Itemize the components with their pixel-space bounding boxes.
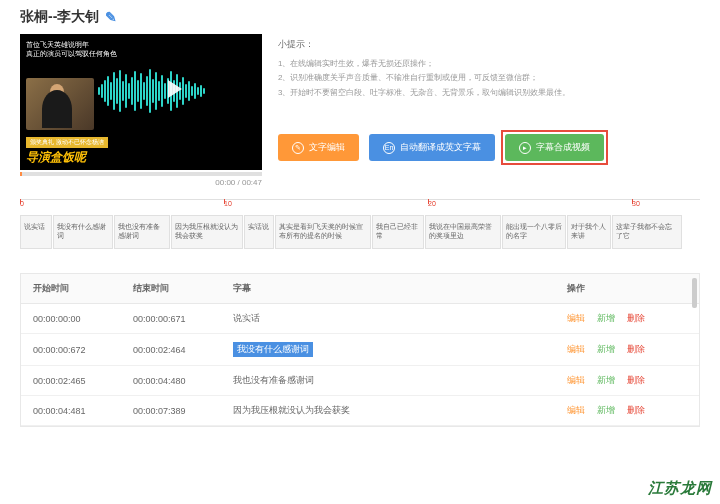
segment[interactable]: 我自己已经非常 bbox=[372, 215, 424, 249]
hints-list: 1、在线编辑实时生效，爆吞无损还原操作； 2、识别准确度关乎声音质量、不输准自行… bbox=[278, 57, 700, 100]
text-edit-button[interactable]: ✎ 文字编辑 bbox=[278, 134, 359, 161]
watermark: 江苏龙网 bbox=[648, 479, 712, 498]
add-link[interactable]: 新增 bbox=[597, 312, 615, 325]
table-row[interactable]: 00:00:00:672 00:00:02:464 我没有什么感谢词 编辑新增删… bbox=[21, 334, 699, 366]
table-header: 开始时间 结束时间 字幕 操作 bbox=[21, 274, 699, 304]
play-icon: ▸ bbox=[519, 142, 531, 154]
highlight-box: ▸ 字幕合成视频 bbox=[501, 130, 608, 165]
delete-link[interactable]: 删除 bbox=[627, 343, 645, 356]
add-link[interactable]: 新增 bbox=[597, 343, 615, 356]
delete-link[interactable]: 删除 bbox=[627, 404, 645, 417]
progress-bar[interactable] bbox=[20, 172, 262, 176]
table-row[interactable]: 00:00:02:465 00:00:04:480 我也没有准备感谢词 编辑新增… bbox=[21, 366, 699, 396]
video-caption: 导演盒饭呢 bbox=[26, 149, 86, 166]
page-title: 张桐--李大钊 ✎ bbox=[20, 8, 700, 26]
segment[interactable]: 实话说 bbox=[244, 215, 274, 249]
video-time: 00:00 / 00:47 bbox=[20, 178, 262, 187]
segment-strip[interactable]: 说实话 我没有什么感谢词 我也没有准备感谢词 因为我压根就没认为我会获奖 实话说… bbox=[20, 215, 700, 249]
edit-link[interactable]: 编辑 bbox=[567, 312, 585, 325]
edit-link[interactable]: 编辑 bbox=[567, 374, 585, 387]
selected-subtitle: 我没有什么感谢词 bbox=[233, 342, 313, 357]
hints-title: 小提示： bbox=[278, 38, 700, 51]
segment[interactable]: 我也没有准备感谢词 bbox=[114, 215, 170, 249]
segment[interactable]: 其实是看到飞天奖的时候宣布所有的提名的时候 bbox=[275, 215, 371, 249]
title-text: 张桐--李大钊 bbox=[20, 8, 99, 26]
edit-link[interactable]: 编辑 bbox=[567, 343, 585, 356]
play-icon[interactable] bbox=[168, 80, 182, 98]
segment[interactable]: 对于我个人来讲 bbox=[567, 215, 611, 249]
timeline-ruler[interactable]: 0 10 20 30 bbox=[20, 199, 700, 213]
video-banner: 颁奖典礼 激动不已怀念杨洁 bbox=[26, 137, 108, 148]
segment[interactable]: 这辈子我都不会忘了它 bbox=[612, 215, 682, 249]
add-link[interactable]: 新增 bbox=[597, 404, 615, 417]
segment[interactable]: 说实话 bbox=[20, 215, 52, 249]
delete-link[interactable]: 删除 bbox=[627, 374, 645, 387]
edit-title-icon[interactable]: ✎ bbox=[105, 9, 117, 25]
compose-button[interactable]: ▸ 字幕合成视频 bbox=[505, 134, 604, 161]
segment[interactable]: 我没有什么感谢词 bbox=[53, 215, 113, 249]
segment[interactable]: 能出现一个八零后的名字 bbox=[502, 215, 566, 249]
segment[interactable]: 我说在中国最高荣誉的奖项里边 bbox=[425, 215, 501, 249]
table-row[interactable]: 00:00:00:00 00:00:00:671 说实话 编辑新增删除 bbox=[21, 304, 699, 334]
add-link[interactable]: 新增 bbox=[597, 374, 615, 387]
video-player[interactable]: 首位飞天英雄说明年 真正的演员可以驾驭任何角色 颁奖典礼 激动不已怀念杨洁 导演… bbox=[20, 34, 262, 170]
delete-link[interactable]: 删除 bbox=[627, 312, 645, 325]
scrollbar[interactable] bbox=[692, 278, 697, 308]
globe-icon: En bbox=[383, 142, 395, 154]
edit-link[interactable]: 编辑 bbox=[567, 404, 585, 417]
table-row[interactable]: 00:00:04:481 00:00:07:389 因为我压根就没认为我会获奖 … bbox=[21, 396, 699, 426]
subtitle-table: 开始时间 结束时间 字幕 操作 00:00:00:00 00:00:00:671… bbox=[20, 273, 700, 427]
video-overlay-text: 首位飞天英雄说明年 真正的演员可以驾驭任何角色 bbox=[26, 40, 117, 58]
translate-button[interactable]: En 自动翻译成英文字幕 bbox=[369, 134, 495, 161]
pencil-icon: ✎ bbox=[292, 142, 304, 154]
segment[interactable]: 因为我压根就没认为我会获奖 bbox=[171, 215, 243, 249]
